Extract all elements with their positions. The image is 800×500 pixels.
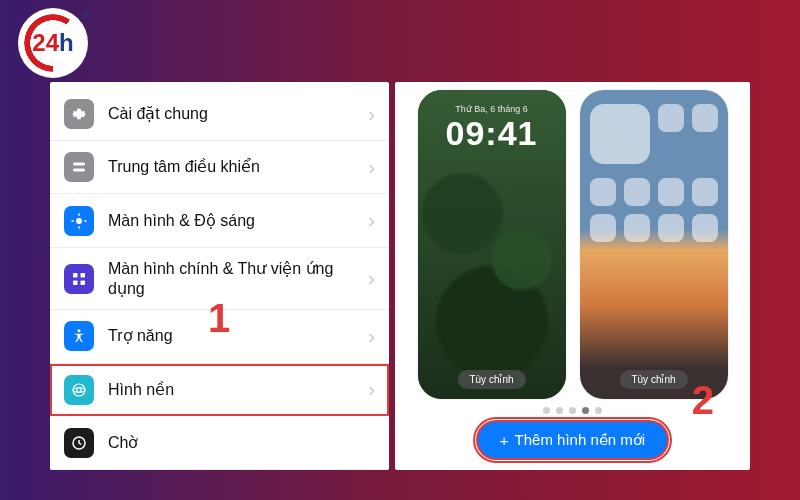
chevron-right-icon: › (368, 209, 375, 232)
settings-row-homescreen[interactable]: Màn hình chính & Thư viện ứng dụng › (50, 248, 389, 311)
lockscreen-preview[interactable]: Thứ Ba, 6 tháng 6 09:41 Tùy chỉnh (418, 90, 566, 399)
row-label: Chờ (108, 433, 375, 453)
chevron-right-icon: › (368, 103, 375, 126)
page-dot[interactable] (556, 407, 563, 414)
svg-rect-1 (73, 169, 85, 172)
wallpaper-previews: Thứ Ba, 6 tháng 6 09:41 Tùy chỉnh (403, 90, 742, 399)
settings-row-wallpaper[interactable]: Hình nền › (50, 364, 389, 417)
gear-icon (64, 99, 94, 129)
row-label: Trung tâm điều khiển (108, 157, 354, 177)
accessibility-icon (64, 321, 94, 351)
svg-rect-8 (81, 273, 86, 278)
svg-point-14 (73, 387, 85, 392)
svg-rect-10 (81, 280, 86, 285)
homescreen-preview[interactable]: Tùy chỉnh (580, 90, 728, 399)
add-wallpaper-label: Thêm hình nền mới (515, 431, 646, 449)
app-icon-placeholder (658, 214, 684, 242)
wallpaper-icon (64, 375, 94, 405)
logo-text: 24h (32, 29, 73, 57)
app-icon-placeholder (692, 178, 718, 206)
svg-rect-9 (73, 280, 78, 285)
app-icon-placeholder (692, 104, 718, 132)
svg-point-2 (76, 218, 82, 224)
plus-icon: + (500, 432, 509, 449)
brand-logo: 24h ® (18, 8, 88, 78)
toggles-icon (64, 152, 94, 182)
app-icon-placeholder (624, 214, 650, 242)
clock-icon (64, 428, 94, 458)
settings-row-display[interactable]: Màn hình & Độ sáng › (50, 194, 389, 247)
svg-point-12 (73, 384, 85, 396)
settings-row-general[interactable]: Cài đặt chung › (50, 88, 389, 141)
chevron-right-icon: › (368, 267, 375, 290)
add-wallpaper-button[interactable]: + Thêm hình nền mới (478, 422, 667, 458)
page-dot[interactable] (569, 407, 576, 414)
customize-chip-home[interactable]: Tùy chỉnh (619, 370, 687, 389)
chevron-right-icon: › (368, 378, 375, 401)
svg-rect-7 (73, 273, 78, 278)
step-callout-2: 2 (692, 378, 714, 423)
widget-placeholder (590, 104, 650, 164)
row-label: Hình nền (108, 380, 354, 400)
wallpaper-panel: Thứ Ba, 6 tháng 6 09:41 Tùy chỉnh (395, 82, 750, 470)
row-label: Cài đặt chung (108, 104, 354, 124)
app-icon-placeholder (658, 104, 684, 132)
settings-row-control-center[interactable]: Trung tâm điều khiển › (50, 141, 389, 194)
app-icon-placeholder (658, 178, 684, 206)
homescreen-widgets (590, 104, 718, 164)
settings-row-accessibility[interactable]: Trợ năng › (50, 310, 389, 363)
add-wallpaper-row: 2 + Thêm hình nền mới (403, 422, 742, 458)
registered-mark: ® (83, 10, 90, 21)
page-dot[interactable] (595, 407, 602, 414)
homescreen-icons (590, 178, 718, 242)
svg-rect-0 (73, 163, 85, 166)
page-dot[interactable] (543, 407, 550, 414)
lockscreen-date: Thứ Ba, 6 tháng 6 (418, 104, 566, 114)
app-icon-placeholder (590, 214, 616, 242)
row-label: Màn hình & Độ sáng (108, 211, 354, 231)
grid-icon (64, 264, 94, 294)
brightness-icon (64, 206, 94, 236)
app-icon-placeholder (692, 214, 718, 242)
svg-point-13 (77, 387, 82, 392)
chevron-right-icon: › (368, 156, 375, 179)
app-icon-placeholder (590, 178, 616, 206)
row-label: Trợ năng (108, 326, 354, 346)
chevron-right-icon: › (368, 325, 375, 348)
settings-row-standby[interactable]: Chờ (50, 417, 389, 470)
lockscreen-time: 09:41 (418, 114, 566, 153)
app-icon-placeholder (624, 178, 650, 206)
svg-point-11 (78, 330, 81, 333)
customize-chip-lock[interactable]: Tùy chỉnh (457, 370, 525, 389)
settings-panel: Cài đặt chung › Trung tâm điều khiển › M… (50, 82, 389, 470)
row-label: Màn hình chính & Thư viện ứng dụng (108, 259, 354, 299)
page-dot-active[interactable] (582, 407, 589, 414)
